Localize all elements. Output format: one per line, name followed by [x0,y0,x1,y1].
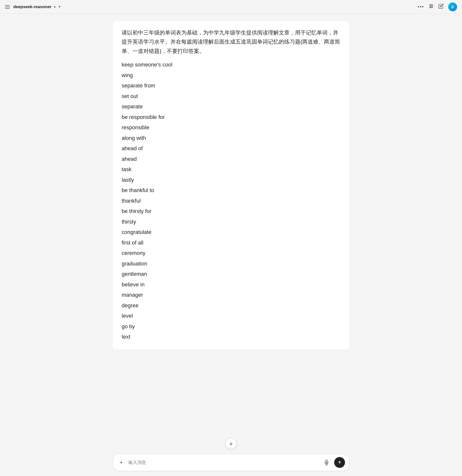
chevron-down-icon[interactable]: ▾ [54,5,56,9]
word-list: keep someone's coolwingseparate fromset … [122,60,340,342]
list-item: thankful [122,196,340,206]
chat-area: 请以初中三年级的单词表为基础，为中学九年级学生提供阅读理解文章，用于记忆单词，并… [0,14,462,450]
title-bar: deepseek-reasoner ▾ + ••• D [0,0,462,14]
list-item: responsible [122,122,340,133]
new-chat-button[interactable]: + [58,4,61,10]
list-item: task [122,164,340,175]
list-item: ahead [122,154,340,164]
list-item: manager [122,290,340,300]
list-item: text [122,332,340,342]
list-item: along with [122,133,340,144]
scroll-to-bottom-button[interactable] [226,438,236,449]
list-item: keep someone's cool [122,60,340,70]
more-options-icon[interactable]: ••• [417,4,424,10]
add-attachment-button[interactable]: + [117,458,125,467]
list-item: set out [122,91,340,102]
list-item: wing [122,70,340,81]
input-container: + [113,454,349,471]
list-item: believe in [122,279,340,290]
title-bar-right: ••• D [417,2,457,11]
svg-point-5 [430,7,431,8]
hamburger-icon[interactable] [5,4,11,10]
list-item: lastly [122,175,340,185]
list-item: be responsible for [122,112,340,123]
list-item: ahead of [122,143,340,154]
list-item: level [122,311,340,321]
main-content: 请以初中三年级的单词表为基础，为中学九年级学生提供阅读理解文章，用于记忆单词，并… [0,14,462,450]
title-bar-left: deepseek-reasoner ▾ + [5,4,414,10]
list-item: separate from [122,81,340,91]
list-item: congratulate [122,227,340,238]
svg-rect-7 [326,460,327,463]
settings-icon[interactable] [429,3,434,10]
list-item: graduation [122,259,340,269]
list-item: ceremony [122,248,340,259]
message-input[interactable] [128,460,319,465]
list-item: degree [122,300,340,311]
list-item: go by [122,321,340,332]
edit-icon[interactable] [438,3,444,10]
list-item: be thirsty for [122,206,340,217]
input-bar: + [0,450,462,476]
prompt-text: 请以初中三年级的单词表为基础，为中学九年级学生提供阅读理解文章，用于记忆单词，并… [122,28,340,56]
svg-point-3 [430,4,431,5]
list-item: be thankful to [122,185,340,196]
avatar[interactable]: D [448,2,457,11]
send-button[interactable] [334,457,345,468]
microphone-button[interactable] [322,458,331,467]
list-item: separate [122,101,340,112]
list-item: gentleman [122,269,340,279]
list-item: thirsty [122,217,340,227]
svg-point-4 [431,6,432,7]
app-title: deepseek-reasoner [13,4,51,9]
list-item: first of all [122,238,340,248]
message-block: 请以初中三年级的单词表为基础，为中学九年级学生提供阅读理解文章，用于记忆单词，并… [113,21,349,349]
